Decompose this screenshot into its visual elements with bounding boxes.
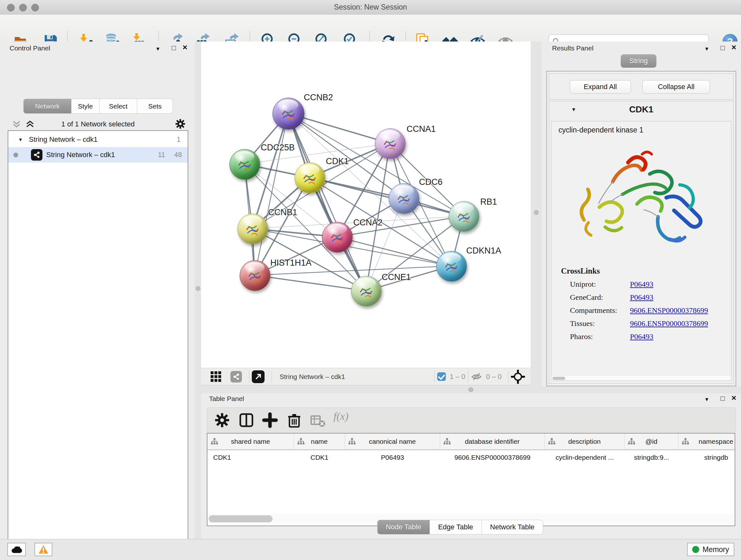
protein-ribbon-thumb [380,135,401,153]
protein-ribbon-thumb [327,229,348,247]
network-node-cdkn1a[interactable] [436,251,467,282]
control-panel-close-icon[interactable]: × [183,43,187,51]
horizontal-splitter[interactable] [201,385,741,393]
tab-network-table[interactable]: Network Table [482,520,543,535]
network-node-ccne1[interactable] [351,276,382,307]
network-list-header: 1 of 1 Network selected [8,118,188,130]
tab-edge-table[interactable]: Edge Table [430,520,482,535]
splitter-handle[interactable] [468,387,473,392]
table-cell[interactable]: stringdb:9... [624,454,678,461]
splitter-handle[interactable] [534,210,539,215]
network-node-rb1[interactable] [449,201,479,232]
crosslink-link[interactable]: 9606.ENSP00000378699 [630,319,708,328]
status-bar: Memory [0,539,741,560]
crosslinks-heading: CrossLinks [561,266,731,275]
column-header-description[interactable]: description [545,434,624,449]
crosslink-label: GeneCard: [570,293,630,302]
tab-string[interactable]: String [621,54,657,68]
table-panel-float-icon[interactable]: □ [721,395,725,402]
results-panel-title: Results Panel [552,44,594,52]
memory-button[interactable]: Memory [687,543,734,556]
control-panel-tabs: Network Style Select Sets [23,99,173,114]
network-collection-row[interactable]: ▾ String Network – cdk1 1 [8,132,188,147]
network-edge[interactable] [255,275,366,291]
delete-column-icon[interactable] [286,412,302,428]
birds-eye-icon[interactable] [511,370,525,384]
control-panel-collapse-icon[interactable]: ▾ [156,46,159,52]
table-cell[interactable]: CDK1 [207,454,294,461]
string-network-icon [31,149,43,161]
viewbar-separator [468,370,468,383]
gene-hscrollbar[interactable] [551,376,731,381]
table-cell[interactable]: stringdb [678,454,735,461]
detach-view-icon[interactable] [252,370,265,383]
show-columns-icon[interactable] [239,412,254,428]
network-selection-summary: 1 of 1 Network selected [8,120,188,128]
crosslink-link[interactable]: 9606.ENSP00000378699 [630,306,708,315]
network-canvas[interactable]: CCNB2CCNA1CDC25BCDK1CDC6RB1CCNB1CCNA2CDK… [201,42,531,372]
table-panel-collapse-icon[interactable]: ▾ [705,396,709,402]
crosslink-link[interactable]: P06493 [630,332,653,341]
hidden-counts: 0 – 0 [486,373,502,381]
column-header-namespace[interactable]: namespace [678,434,735,449]
vertical-splitter-left[interactable] [195,42,201,539]
results-panel-collapse-icon[interactable]: ▾ [705,46,709,52]
collapse-all-button[interactable]: Collapse All [643,80,710,94]
table-row[interactable]: CDK1CDK1P064939606.ENSP00000378699cyclin… [207,450,735,465]
viewbar-separator [508,370,509,383]
tab-network[interactable]: Network [23,99,71,114]
network-view-icon[interactable] [230,371,242,382]
column-header-database-identifier[interactable]: database identifier [440,434,545,449]
network-row-selected[interactable]: String Network – cdk1 11 48 [8,147,188,163]
expand-all-button[interactable]: Expand All [569,80,631,94]
column-header--id[interactable]: @id [624,434,678,449]
create-column-icon[interactable] [262,412,278,428]
node-table[interactable]: shared namenamecanonical namedatabase id… [207,433,735,526]
table-panel-close-icon[interactable]: × [731,394,736,402]
tab-node-table[interactable]: Node Table [377,520,430,535]
column-header-shared-name[interactable]: shared name [207,434,294,449]
crosslink-link[interactable]: P06493 [630,293,653,302]
crosslink-link[interactable]: P06493 [630,280,653,289]
network-node-ccnb1[interactable] [238,213,268,244]
results-panel-float-icon[interactable]: □ [721,44,725,51]
hidden-eye-icon[interactable] [471,372,482,381]
table-cell[interactable]: CDK1 [294,454,345,461]
vertical-splitter-right[interactable] [531,42,542,385]
collection-expand-icon[interactable]: ▾ [19,136,22,143]
crosslink-label: Compartments: [570,306,630,315]
network-options-gear-icon[interactable] [175,118,186,129]
grid-view-icon[interactable] [210,371,222,383]
network-node-ccna2[interactable] [322,222,353,253]
table-cell[interactable]: 9606.ENSP00000378699 [440,454,545,461]
string-results-box: Expand All Collapse All ▾ CDK1 cyclin-de… [546,71,736,386]
delete-table-icon[interactable] [310,412,326,428]
results-panel-close-icon[interactable]: × [731,43,736,51]
network-node-cdc25b[interactable] [229,149,260,180]
table-settings-gear-icon[interactable] [214,412,230,428]
tab-select[interactable]: Select [99,99,137,114]
table-cell[interactable]: P06493 [345,454,440,461]
table-cell[interactable]: cyclin-dependent ... [545,454,624,461]
network-view-toolbar: String Network – cdk1 1 – 0 0 – 0 [201,368,531,385]
control-panel-float-icon[interactable]: □ [172,44,176,51]
selected-nodes-checkbox[interactable] [437,372,446,381]
tab-sets[interactable]: Sets [137,99,173,114]
network-node-cdk1[interactable] [294,163,325,193]
view-network-title: String Network – cdk1 [280,373,345,381]
node-label-rb1: RB1 [480,197,497,207]
tab-style[interactable]: Style [71,99,99,114]
column-header-canonical-name[interactable]: canonical name [345,434,440,449]
column-header-name[interactable]: name [294,434,345,449]
cloud-button[interactable] [7,543,26,556]
network-node-ccnb2[interactable] [273,98,305,130]
scrollbar-thumb[interactable] [209,515,273,522]
column-header-label: namespace [698,438,733,445]
warning-button[interactable] [35,543,52,556]
splitter-handle[interactable] [196,286,200,291]
network-node-ccna1[interactable] [375,128,406,159]
network-node-cdc6[interactable] [389,183,419,214]
network-node-hist1h1a[interactable] [240,260,270,291]
viewbar-separator [249,370,249,383]
function-builder-icon[interactable]: f(x) [333,410,348,422]
